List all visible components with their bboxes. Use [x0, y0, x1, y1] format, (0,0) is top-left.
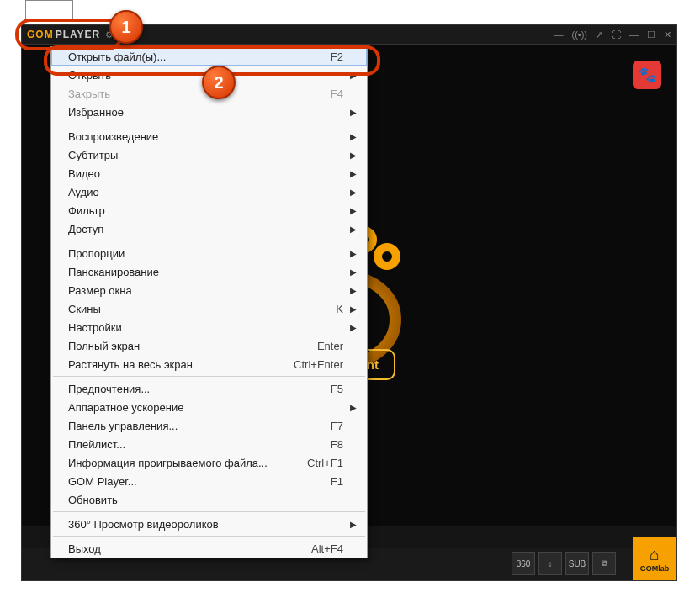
- home-label: GOMlab: [640, 564, 670, 573]
- menu-separator: [53, 511, 365, 512]
- chevron-right-icon: ▶: [350, 132, 357, 141]
- menu-item-label: Аудио: [68, 186, 99, 198]
- svg-point-4: [378, 247, 396, 266]
- menu-audio[interactable]: Аудио▶: [51, 182, 367, 201]
- ctrl-screenshot-button[interactable]: ⧉: [592, 552, 616, 575]
- annotation-badge-1: 1: [109, 10, 143, 44]
- menu-exit[interactable]: ВыходAlt+F4: [51, 539, 367, 558]
- menu-item-label: Информация проигрываемого файла...: [68, 457, 268, 469]
- menu-fileinfo[interactable]: Информация проигрываемого файла...Ctrl+F…: [51, 453, 367, 472]
- chevron-right-icon: ▶: [350, 520, 357, 529]
- chevron-right-icon: ▶: [350, 267, 357, 277]
- menu-about[interactable]: GOM Player...F1: [51, 472, 367, 490]
- chevron-right-icon: ▶: [350, 403, 357, 412]
- menu-item-label: Полный экран: [68, 340, 140, 352]
- menu-video[interactable]: Видео▶: [51, 164, 367, 182]
- titlebar-icon-fullscreen[interactable]: ⛶: [612, 29, 621, 40]
- menu-item-label: Избранное: [68, 106, 124, 119]
- menu-item-shortcut: K: [336, 303, 343, 315]
- menu-item-label: Субтитры: [68, 149, 118, 161]
- menu-item-shortcut: F4: [331, 87, 343, 100]
- menu-item-label: Закрыть: [68, 87, 110, 100]
- menu-item-label: Плейлист...: [68, 438, 125, 451]
- menu-update[interactable]: Обновить: [51, 490, 367, 509]
- annotation-badge-2: 2: [202, 66, 236, 99]
- menu-winsize[interactable]: Размер окна▶: [51, 281, 367, 299]
- browser-tab-stub: [25, 0, 73, 20]
- context-menu: Открыть файл(ы)...F2Открыть▶ЗакрытьF4Изб…: [50, 46, 368, 558]
- chevron-right-icon: ▶: [350, 286, 357, 295]
- menu-stretch[interactable]: Растянуть на весь экранCtrl+Enter: [51, 355, 367, 373]
- menu-separator: [53, 536, 365, 537]
- menu-aspect[interactable]: Пропорции▶: [51, 244, 367, 262]
- menu-item-label: Пансканирование: [68, 266, 159, 278]
- minimize-button[interactable]: —: [629, 29, 639, 40]
- menu-item-label: Аппаратное ускорение: [68, 401, 183, 414]
- menu-favorites[interactable]: Избранное▶: [51, 103, 367, 121]
- menu-item-shortcut: Enter: [317, 340, 343, 352]
- menu-item-label: Фильтр: [68, 204, 105, 217]
- menu-item-label: Выход: [68, 542, 101, 555]
- chevron-right-icon: ▶: [350, 188, 357, 197]
- chevron-right-icon: ▶: [350, 304, 357, 314]
- chevron-right-icon: ▶: [350, 169, 357, 178]
- menu-item-label: Растянуть на весь экран: [68, 358, 193, 371]
- menu-item-label: 360° Просмотр видеороликов: [68, 518, 219, 531]
- menu-item-shortcut: F8: [331, 438, 343, 451]
- paw-icon: 🐾: [638, 66, 656, 84]
- gom-plus-badge[interactable]: 🐾: [633, 61, 661, 89]
- menu-item-label: Доступ: [68, 223, 103, 235]
- close-button[interactable]: ✕: [664, 29, 671, 40]
- menu-separator: [53, 124, 365, 124]
- chevron-right-icon: ▶: [350, 225, 357, 234]
- menu-item-shortcut: Ctrl+F1: [307, 457, 343, 469]
- chevron-right-icon: ▶: [350, 206, 357, 215]
- chevron-right-icon: ▶: [350, 151, 357, 160]
- menu-360[interactable]: 360° Просмотр видеороликов▶: [51, 515, 367, 533]
- menu-hwaccel[interactable]: Аппаратное ускорение▶: [51, 398, 367, 416]
- menu-item-shortcut: F5: [331, 383, 343, 395]
- menu-item-label: Пропорции: [68, 247, 125, 260]
- chevron-right-icon: ▶: [350, 108, 357, 117]
- menu-item-label: Панель управления...: [68, 420, 178, 432]
- menu-control-panel[interactable]: Панель управления...F7: [51, 416, 367, 435]
- menu-item-label: Размер окна: [68, 284, 132, 297]
- titlebar-icon-pop[interactable]: ↗: [596, 29, 603, 40]
- menu-item-shortcut: F1: [331, 475, 343, 488]
- ctrl-resize-button[interactable]: ↕: [538, 552, 562, 575]
- menu-item-label: Настройки: [68, 321, 122, 334]
- menu-filter[interactable]: Фильтр▶: [51, 201, 367, 220]
- menu-item-label: Видео: [68, 167, 100, 180]
- chevron-right-icon: ▶: [350, 323, 357, 332]
- menu-skins[interactable]: СкиныK▶: [51, 299, 367, 318]
- menu-item-label: GOM Player...: [68, 475, 137, 488]
- menu-separator: [53, 241, 365, 241]
- menu-playback[interactable]: Воспроизведение▶: [51, 127, 367, 145]
- menu-subtitles[interactable]: Субтитры▶: [51, 145, 367, 164]
- ctrl-360-button[interactable]: 360: [512, 552, 535, 575]
- menu-item-label: Скины: [68, 303, 101, 315]
- menu-item-shortcut: Alt+F4: [311, 542, 343, 555]
- menu-item-label: Предпочтения...: [68, 383, 150, 395]
- menu-item-shortcut: F7: [331, 420, 343, 432]
- menu-item-label: Воспроизведение: [68, 130, 158, 143]
- menu-item-shortcut: Ctrl+Enter: [294, 358, 343, 371]
- gomlab-home-button[interactable]: ⌂ GOMlab: [633, 537, 676, 580]
- menu-panscan[interactable]: Пансканирование▶: [51, 262, 367, 281]
- menu-access[interactable]: Доступ▶: [51, 220, 367, 238]
- menu-settings[interactable]: Настройки▶: [51, 318, 367, 336]
- chevron-right-icon: ▶: [350, 249, 357, 258]
- menu-preferences[interactable]: Предпочтения...F5: [51, 379, 367, 398]
- menu-item-label: Обновить: [68, 494, 118, 506]
- titlebar-icon-a[interactable]: —: [554, 29, 563, 40]
- ctrl-subtitle-button[interactable]: SUB: [565, 552, 589, 575]
- menu-fullscreen[interactable]: Полный экранEnter: [51, 336, 367, 355]
- menu-playlist[interactable]: Плейлист...F8: [51, 435, 367, 453]
- maximize-button[interactable]: ☐: [647, 29, 655, 40]
- titlebar-icon-cast[interactable]: ((•)): [571, 29, 587, 40]
- menu-separator: [53, 376, 365, 377]
- home-icon: ⌂: [650, 545, 660, 564]
